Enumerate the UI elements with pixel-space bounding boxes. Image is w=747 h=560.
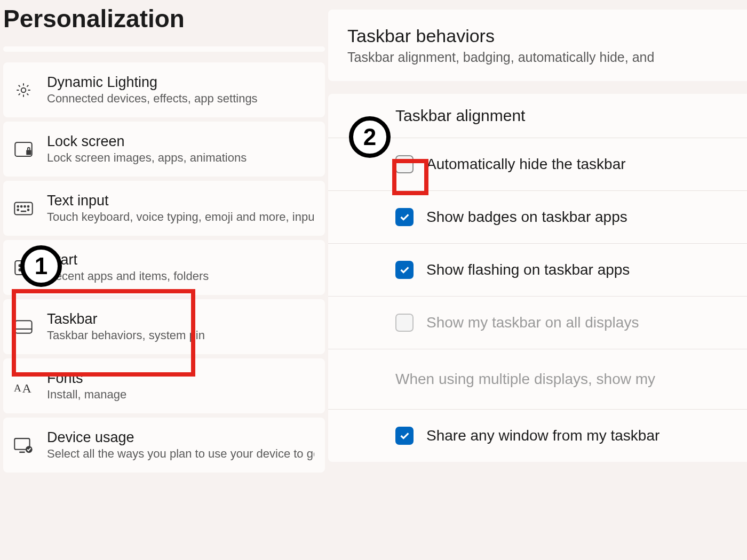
settings-item-lock-screen[interactable]: Lock screen Lock screen images, apps, an… [3,122,325,177]
device-usage-icon [14,436,33,455]
svg-point-15 [28,205,29,207]
option-share-window[interactable]: Share any window from my taskbar [328,410,747,462]
svg-point-24 [22,268,25,270]
item-title: Device usage [47,429,314,446]
label-badges: Show badges on taskbar apps [426,209,627,226]
svg-point-20 [19,265,21,267]
option-auto-hide[interactable]: Automatically hide the taskbar [328,138,747,191]
settings-item-device-usage[interactable]: Device usage Select all the ways you pla… [3,418,325,473]
item-title: Dynamic Lighting [47,74,314,91]
svg-point-13 [21,205,22,207]
svg-point-14 [24,205,26,207]
behaviors-header[interactable]: Taskbar behaviors Taskbar alignment, bad… [328,10,747,81]
svg-point-22 [26,265,28,267]
personalization-panel: Personalization Dynamic Lighting Connect… [0,0,328,560]
svg-point-23 [19,268,21,270]
checkbox-share-window[interactable] [395,427,414,445]
behaviors-subtitle: Taskbar alignment, badging, automaticall… [347,50,747,65]
taskbar-icon [14,317,33,337]
settings-item-dynamic-lighting[interactable]: Dynamic Lighting Connected devices, effe… [3,62,325,117]
svg-point-16 [17,209,19,211]
label-all-displays: Show my taskbar on all displays [426,314,639,331]
multi-displays-row: When using multiple displays, show my [328,349,747,410]
card-slice [3,46,325,52]
svg-line-8 [27,85,28,86]
label-share-window: Share any window from my taskbar [426,427,659,444]
item-subtitle: Touch keyboard, voice typing, emoji and … [47,210,314,224]
label-auto-hide: Automatically hide the taskbar [426,156,626,173]
item-title: Fonts [47,370,314,387]
item-subtitle: Taskbar behaviors, system pin [47,329,314,342]
item-subtitle: Install, manage [47,388,314,402]
settings-item-start[interactable]: Start Recent apps and items, folders [3,240,325,295]
item-title: Lock screen [47,133,314,150]
checkbox-all-displays [395,314,414,332]
lock-screen-icon [14,140,33,159]
item-title: Text input [47,193,314,209]
start-icon [14,258,33,277]
checkbox-flashing[interactable] [395,261,414,279]
settings-item-fonts[interactable]: A A Fonts Install, manage [3,358,325,413]
checkbox-auto-hide[interactable] [395,155,414,173]
svg-rect-19 [15,260,31,274]
svg-text:A: A [22,381,32,394]
item-title: Taskbar [47,311,314,327]
option-all-displays: Show my taskbar on all displays [328,297,747,349]
svg-line-7 [19,93,20,95]
svg-rect-10 [26,150,31,155]
item-subtitle: Select all the ways you plan to use your… [47,447,314,461]
item-subtitle: Connected devices, effects, app settings [47,92,314,106]
svg-point-0 [21,87,26,92]
option-badges[interactable]: Show badges on taskbar apps [328,191,747,244]
item-subtitle: Lock screen images, apps, animations [47,151,314,165]
svg-point-25 [26,268,28,270]
sparkle-icon [14,81,33,100]
svg-text:A: A [14,382,21,393]
svg-line-5 [19,85,20,86]
svg-point-17 [28,209,29,211]
option-flashing[interactable]: Show flashing on taskbar apps [328,244,747,297]
svg-rect-26 [15,321,31,333]
label-flashing: Show flashing on taskbar apps [426,261,630,278]
svg-point-12 [17,205,19,207]
settings-item-taskbar[interactable]: Taskbar Taskbar behaviors, system pin [3,299,325,354]
item-title: Start [47,252,314,268]
settings-item-text-input[interactable]: Text input Touch keyboard, voice typing,… [3,181,325,236]
svg-point-21 [22,265,25,267]
behaviors-options: Taskbar alignment Automatically hide the… [328,94,747,462]
page-title: Personalization [3,4,325,33]
keyboard-icon [14,199,33,218]
fonts-icon: A A [14,377,33,396]
checkbox-badges[interactable] [395,208,414,226]
item-subtitle: Recent apps and items, folders [47,269,314,283]
svg-line-6 [27,93,28,95]
svg-rect-11 [14,202,32,214]
taskbar-behaviors-panel: Taskbar behaviors Taskbar alignment, bad… [328,0,747,560]
taskbar-alignment-row[interactable]: Taskbar alignment [328,94,747,138]
behaviors-title: Taskbar behaviors [347,26,747,46]
